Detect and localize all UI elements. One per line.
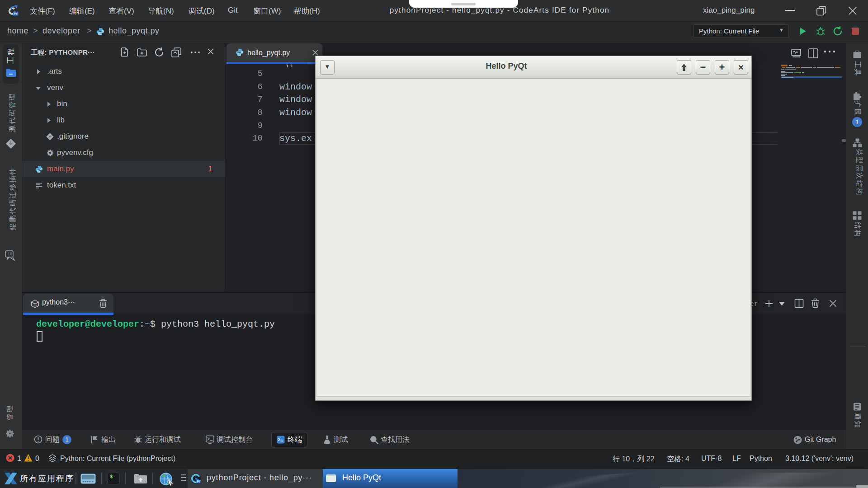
svg-text:PY: PY [14, 12, 18, 15]
svg-text:PY: PY [197, 480, 201, 483]
svg-text:10: 10 [8, 252, 12, 256]
